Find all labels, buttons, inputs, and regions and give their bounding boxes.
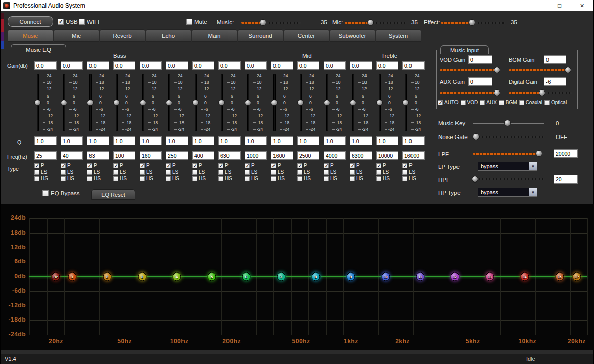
noise-gate-slider[interactable] (473, 133, 544, 140)
eq-node-3[interactable]: 3 (138, 272, 147, 281)
eq-gain-input[interactable] (218, 61, 241, 70)
bgm-gain-slider[interactable] (509, 67, 572, 73)
eq-type-ls-checkbox[interactable]: LS (271, 169, 285, 175)
eq-node-6[interactable]: 6 (242, 272, 251, 281)
source-vod-checkbox[interactable]: VOD (461, 100, 478, 105)
minimize-button[interactable]: — (525, 0, 548, 11)
slider-knob[interactable] (324, 100, 330, 106)
eq-type-p-checkbox-box[interactable] (376, 163, 381, 168)
eq-type-p-checkbox-box[interactable] (324, 163, 329, 168)
eq-gain-input[interactable] (245, 61, 267, 70)
eq-type-ls-checkbox[interactable]: LS (192, 169, 206, 175)
eq-type-p-checkbox-box[interactable] (87, 163, 92, 168)
eq-type-hs-checkbox[interactable]: HS (34, 176, 48, 181)
eq-type-ls-checkbox-box[interactable] (350, 170, 355, 175)
vod-gain-input[interactable] (468, 55, 492, 64)
eq-node-9[interactable]: 9 (347, 272, 355, 281)
slider-knob[interactable] (494, 67, 500, 73)
tab-surround[interactable]: Surround (238, 29, 283, 42)
eq-gain-input[interactable] (113, 61, 135, 70)
eq-freq-input[interactable] (376, 151, 398, 160)
eq-type-ls-checkbox-box[interactable] (113, 170, 118, 175)
slider-knob[interactable] (166, 100, 172, 106)
tab-system[interactable]: System (376, 29, 421, 42)
eq-gain-input[interactable] (376, 61, 398, 70)
lpf-input[interactable] (554, 149, 578, 158)
lpf-slider[interactable] (473, 150, 544, 157)
mute-checkbox[interactable]: Mute (186, 19, 207, 25)
eq-gain-input[interactable] (402, 61, 425, 70)
maximize-button[interactable]: □ (548, 0, 571, 11)
eq-type-p-checkbox-box[interactable] (218, 163, 223, 168)
eq-type-hs-checkbox[interactable]: HS (113, 176, 127, 181)
tab-mic[interactable]: Mic (54, 29, 99, 42)
eq-type-hs-checkbox[interactable]: HS (218, 176, 232, 181)
eq-type-p-checkbox[interactable]: P (113, 163, 127, 168)
eq-bypass-checkbox[interactable]: EQ Bypass (42, 190, 80, 196)
eq-node-4[interactable]: 4 (173, 272, 181, 281)
music-key-slider[interactable] (473, 120, 544, 126)
eq-type-p-checkbox-box[interactable] (271, 163, 276, 168)
eq-band-slider[interactable]: 24181260-6-12-18-24 (113, 73, 135, 132)
slider-knob[interactable] (61, 100, 67, 106)
eq-type-hs-checkbox-box[interactable] (324, 176, 329, 181)
eq-node-15[interactable]: 15 (556, 272, 564, 281)
eq-type-p-checkbox[interactable]: P (402, 163, 416, 168)
slider-knob[interactable] (504, 120, 511, 126)
aux-gain-slider[interactable] (440, 89, 501, 96)
eq-type-hs-checkbox[interactable]: HS (350, 176, 363, 181)
eq-type-p-checkbox-box[interactable] (245, 163, 250, 168)
source-optical-checkbox-box[interactable] (544, 100, 550, 105)
eq-node-11[interactable]: 11 (416, 272, 425, 281)
eq-freq-input[interactable] (192, 151, 214, 160)
eq-node-hp[interactable]: HP (52, 272, 60, 281)
bgm-gain-input[interactable] (544, 55, 566, 64)
digital-gain-slider[interactable] (509, 89, 572, 96)
eq-type-p-checkbox[interactable]: P (350, 163, 363, 168)
eq-bypass-checkbox-box[interactable] (42, 190, 49, 196)
eq-band-slider[interactable]: 24181260-6-12-18-24 (245, 73, 267, 132)
eq-type-p-checkbox[interactable]: P (140, 163, 153, 168)
source-aux-checkbox[interactable]: AUX (480, 100, 497, 105)
eq-q-input[interactable] (376, 136, 398, 145)
eq-node-1[interactable]: 1 (68, 272, 76, 281)
eq-band-slider[interactable]: 24181260-6-12-18-24 (324, 73, 346, 132)
eq-q-input[interactable] (271, 136, 293, 145)
slider-knob[interactable] (297, 100, 304, 106)
eq-type-p-checkbox[interactable]: P (376, 163, 390, 168)
slider-knob[interactable] (473, 133, 479, 140)
eq-type-ls-checkbox[interactable]: LS (324, 169, 337, 175)
eq-node-lp[interactable]: LP (573, 272, 581, 281)
eq-freq-input[interactable] (113, 151, 135, 160)
eq-gain-input[interactable] (297, 61, 319, 70)
usb-checkbox[interactable]: USB (58, 19, 78, 25)
eq-type-ls-checkbox-box[interactable] (402, 170, 407, 175)
eq-type-hs-checkbox-box[interactable] (34, 176, 39, 181)
eq-q-input[interactable] (192, 136, 214, 145)
slider-knob[interactable] (218, 100, 225, 106)
eq-q-input[interactable] (113, 136, 135, 145)
eq-type-p-checkbox-box[interactable] (113, 163, 118, 168)
eq-type-hs-checkbox-box[interactable] (297, 176, 302, 181)
eq-freq-input[interactable] (350, 151, 372, 160)
eq-freq-input[interactable] (297, 151, 319, 160)
eq-type-p-checkbox-box[interactable] (192, 163, 197, 168)
eq-node-13[interactable]: 13 (486, 272, 494, 281)
source-auto-checkbox[interactable]: AUTO (438, 100, 459, 105)
eq-node-2[interactable]: 2 (103, 272, 112, 281)
eq-type-hs-checkbox-box[interactable] (140, 176, 145, 181)
aux-gain-input[interactable] (468, 77, 492, 86)
eq-type-hs-checkbox[interactable]: HS (376, 176, 390, 181)
eq-type-ls-checkbox-box[interactable] (245, 170, 250, 175)
hpf-slider[interactable] (473, 176, 544, 183)
eq-type-ls-checkbox[interactable]: LS (166, 169, 179, 175)
eq-q-input[interactable] (140, 136, 162, 145)
eq-type-p-checkbox[interactable]: P (245, 163, 258, 168)
eq-type-ls-checkbox[interactable]: LS (140, 169, 153, 175)
eq-freq-input[interactable] (166, 151, 188, 160)
eq-type-hs-checkbox-box[interactable] (113, 176, 118, 181)
mute-checkbox-box[interactable] (186, 19, 192, 25)
eq-q-input[interactable] (166, 136, 188, 145)
eq-type-ls-checkbox-box[interactable] (271, 170, 276, 175)
tab-reverb[interactable]: Reverb (100, 29, 145, 42)
